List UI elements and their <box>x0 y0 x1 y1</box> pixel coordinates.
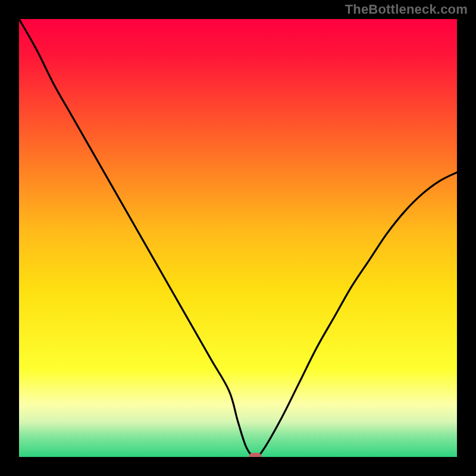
optimal-point-marker <box>249 453 262 457</box>
chart-frame: TheBottleneck.com <box>0 0 476 476</box>
bottleneck-curve <box>19 19 457 457</box>
plot-area <box>19 19 457 457</box>
watermark-text: TheBottleneck.com <box>345 2 468 17</box>
